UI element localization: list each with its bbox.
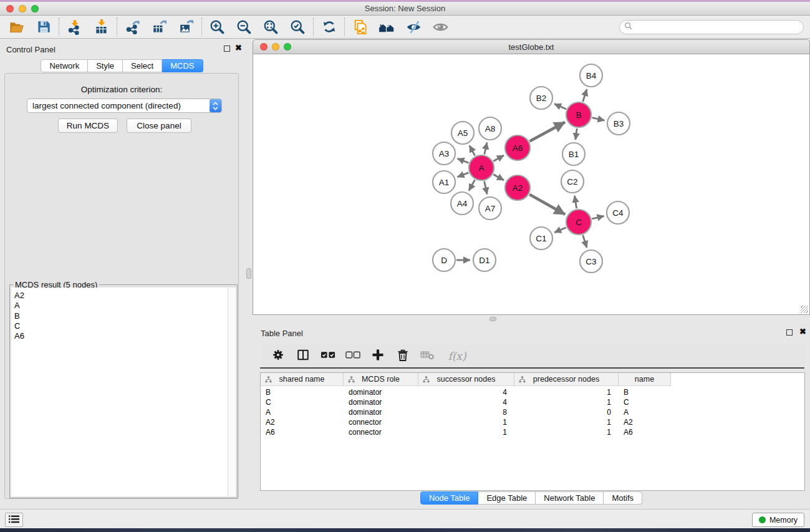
- zoom-out-button[interactable]: [231, 16, 258, 37]
- tab-select[interactable]: Select: [123, 59, 162, 72]
- resize-grip-icon[interactable]: [801, 306, 808, 313]
- graph-edge-C-C2[interactable]: [574, 196, 576, 209]
- table-cell[interactable]: 4: [418, 397, 514, 407]
- tab-motifs[interactable]: Motifs: [604, 491, 642, 505]
- graph-edge-A-A7[interactable]: [485, 181, 488, 195]
- network-window-titlebar[interactable]: testGlobe.txt: [253, 39, 810, 54]
- column-header-shared-name[interactable]: shared name: [261, 373, 344, 386]
- graph-edge-A-A4[interactable]: [469, 180, 475, 190]
- show-all-neighbors-button[interactable]: [374, 16, 400, 37]
- tab-network-table[interactable]: Network Table: [536, 491, 604, 505]
- column-header-successor-nodes[interactable]: successor nodes: [418, 373, 514, 386]
- table-cell[interactable]: 1: [514, 417, 619, 427]
- vertical-split-grip[interactable]: [246, 268, 251, 279]
- column-header-MCDS-role[interactable]: MCDS role: [344, 373, 418, 386]
- save-session-button[interactable]: [30, 16, 57, 37]
- table-cell[interactable]: A2: [261, 417, 344, 427]
- graph-edge-A-A2[interactable]: [493, 175, 504, 180]
- graph-edge-B-B1[interactable]: [576, 128, 577, 140]
- table-cell[interactable]: A2: [619, 417, 671, 427]
- table-cell[interactable]: B: [261, 387, 344, 397]
- graph-edge-C-C3[interactable]: [583, 235, 587, 248]
- float-panel-icon[interactable]: [224, 46, 230, 52]
- table-cell[interactable]: dominator: [344, 387, 418, 397]
- mcds-result-item[interactable]: C: [11, 321, 236, 331]
- mcds-result-item[interactable]: A6: [11, 331, 236, 341]
- select-all-checkboxes-button[interactable]: [321, 348, 335, 364]
- table-cell[interactable]: 0: [514, 407, 619, 417]
- mcds-result-item[interactable]: B: [11, 311, 236, 321]
- export-image-button[interactable]: [173, 16, 200, 37]
- result-scrollbar[interactable]: [228, 288, 236, 496]
- float-table-panel-icon[interactable]: [786, 329, 793, 336]
- refresh-view-button[interactable]: [316, 16, 342, 37]
- graph-edge-A-A6[interactable]: [493, 155, 504, 161]
- table-row[interactable]: A2connector11A2: [261, 417, 804, 427]
- delete-columns-button[interactable]: [395, 348, 410, 364]
- table-cell[interactable]: 1: [514, 397, 619, 407]
- zoom-in-button[interactable]: [204, 16, 231, 37]
- table-cell[interactable]: 1: [514, 427, 619, 437]
- close-panel-icon[interactable]: ✖: [235, 45, 242, 51]
- table-cell[interactable]: C: [619, 397, 671, 407]
- table-options-button[interactable]: [271, 348, 286, 364]
- table-cell[interactable]: 1: [418, 417, 514, 427]
- graph-edge-A-A1[interactable]: [457, 173, 468, 177]
- table-cell[interactable]: connector: [344, 417, 418, 427]
- table-cell[interactable]: A6: [261, 427, 344, 437]
- table-cell[interactable]: connector: [344, 427, 418, 437]
- hide-selected-button[interactable]: [400, 16, 427, 37]
- table-row[interactable]: Bdominator41B: [261, 387, 804, 397]
- table-cell[interactable]: 4: [418, 387, 514, 397]
- graph-edge-A6-B[interactable]: [529, 122, 565, 142]
- table-cell[interactable]: dominator: [344, 397, 418, 407]
- table-cell[interactable]: C: [261, 397, 344, 407]
- mcds-result-item[interactable]: A: [11, 301, 236, 311]
- show-hidden-button[interactable]: [427, 16, 454, 37]
- table-row[interactable]: Adominator80A: [261, 407, 804, 417]
- tab-network[interactable]: Network: [41, 59, 88, 72]
- table-cell[interactable]: 8: [418, 407, 514, 417]
- graph-edge-B-B3[interactable]: [592, 118, 604, 120]
- copy-network-button[interactable]: [347, 16, 374, 37]
- table-row[interactable]: Cdominator41C: [261, 397, 804, 407]
- function-builder-button[interactable]: f(x): [445, 348, 469, 364]
- graph-edge-B-B2[interactable]: [554, 104, 566, 109]
- graph-edge-C-C1[interactable]: [554, 228, 566, 233]
- table-row[interactable]: A6connector11A6: [261, 427, 804, 437]
- zoom-fit-button[interactable]: [258, 16, 284, 37]
- graph-edge-C-C4[interactable]: [592, 216, 604, 219]
- mcds-result-list[interactable]: A2ABCA6: [11, 288, 236, 496]
- table-cell[interactable]: A: [619, 407, 671, 417]
- search-input[interactable]: [632, 21, 803, 33]
- show-column-panel-button[interactable]: [296, 348, 311, 364]
- table-cell[interactable]: dominator: [344, 407, 418, 417]
- close-panel-button[interactable]: Close panel: [127, 118, 191, 133]
- memory-button[interactable]: Memory: [752, 513, 804, 527]
- open-session-button[interactable]: [3, 16, 30, 37]
- mcds-result-item[interactable]: A2: [11, 288, 236, 301]
- tab-node-table[interactable]: Node Table: [420, 491, 479, 505]
- tab-edge-table[interactable]: Edge Table: [478, 491, 536, 505]
- clear-all-checkboxes-button[interactable]: [345, 348, 360, 364]
- export-network-button[interactable]: [119, 16, 146, 37]
- table-cell[interactable]: 1: [514, 387, 619, 397]
- table-cell[interactable]: A6: [619, 427, 671, 437]
- close-table-panel-icon[interactable]: ✖: [799, 329, 806, 335]
- tab-mcds[interactable]: MCDS: [162, 59, 203, 72]
- column-header-name[interactable]: name: [619, 373, 671, 386]
- zoom-selected-button[interactable]: [284, 16, 311, 37]
- table-cell[interactable]: A: [261, 407, 344, 417]
- export-table-button[interactable]: [146, 16, 173, 37]
- column-header-predecessor-nodes[interactable]: predecessor nodes: [514, 373, 619, 386]
- show-task-history-button[interactable]: [5, 513, 23, 527]
- table-cell[interactable]: 1: [418, 427, 514, 437]
- tab-style[interactable]: Style: [88, 59, 123, 72]
- graph-edge-A-A8[interactable]: [485, 142, 487, 154]
- graph-edge-B-B4[interactable]: [583, 89, 587, 102]
- network-graph[interactable]: B4B2BB3A5A8A6A3B1AC2A1A2A4A7C4CC1C3DD1: [253, 54, 809, 314]
- graph-edge-A-A5[interactable]: [470, 145, 475, 155]
- import-network-from-file-button[interactable]: [61, 16, 88, 37]
- delete-table-button[interactable]: [420, 348, 435, 364]
- table-cell[interactable]: B: [619, 387, 671, 397]
